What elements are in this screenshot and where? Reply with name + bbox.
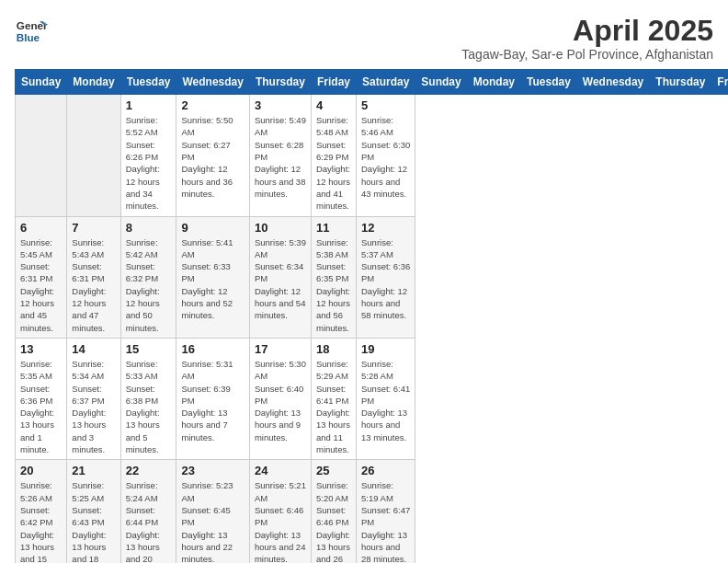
day-info: Sunrise: 5:48 AM Sunset: 6:29 PM Dayligh… [316,114,351,212]
day-number: 25 [316,464,351,477]
svg-text:Blue: Blue [17,31,40,43]
day-number: 14 [72,342,115,356]
calendar-cell: 2Sunrise: 5:50 AM Sunset: 6:27 PM Daylig… [176,95,249,216]
calendar-cell: 23Sunrise: 5:23 AM Sunset: 6:45 PM Dayli… [176,460,249,563]
day-number: 12 [361,221,410,235]
day-info: Sunrise: 5:33 AM Sunset: 6:38 PM Dayligh… [126,358,172,455]
calendar-week-1: 1Sunrise: 5:52 AM Sunset: 6:26 PM Daylig… [16,95,729,216]
calendar-cell: 14Sunrise: 5:34 AM Sunset: 6:37 PM Dayli… [67,338,120,459]
day-info: Sunrise: 5:24 AM Sunset: 6:44 PM Dayligh… [126,479,172,563]
day-number: 26 [361,464,410,477]
header-day-tuesday: Tuesday [120,70,176,95]
day-number: 20 [20,464,62,477]
calendar-cell: 12Sunrise: 5:37 AM Sunset: 6:36 PM Dayli… [356,216,415,338]
calendar-cell: 8Sunrise: 5:42 AM Sunset: 6:32 PM Daylig… [120,216,176,338]
calendar-cell: 9Sunrise: 5:41 AM Sunset: 6:33 PM Daylig… [176,216,249,338]
day-number: 16 [181,342,244,356]
day-number: 1 [126,98,172,112]
day-info: Sunrise: 5:50 AM Sunset: 6:27 PM Dayligh… [181,114,244,200]
day-number: 17 [255,342,306,356]
header-day-monday: Monday [67,70,120,95]
calendar-cell: 3Sunrise: 5:49 AM Sunset: 6:28 PM Daylig… [249,95,311,216]
day-number: 7 [72,221,115,235]
calendar-week-2: 6Sunrise: 5:45 AM Sunset: 6:31 PM Daylig… [16,216,729,338]
calendar-cell: 6Sunrise: 5:45 AM Sunset: 6:31 PM Daylig… [16,216,67,338]
day-info: Sunrise: 5:21 AM Sunset: 6:46 PM Dayligh… [255,479,306,563]
header-wednesday: Wednesday [576,70,649,95]
day-info: Sunrise: 5:35 AM Sunset: 6:36 PM Dayligh… [20,358,62,455]
calendar-header-row: SundayMondayTuesdayWednesdayThursdayFrid… [16,70,729,95]
day-info: Sunrise: 5:34 AM Sunset: 6:37 PM Dayligh… [72,358,115,455]
day-number: 19 [361,342,410,356]
day-info: Sunrise: 5:39 AM Sunset: 6:34 PM Dayligh… [255,236,306,322]
day-info: Sunrise: 5:49 AM Sunset: 6:28 PM Dayligh… [255,114,306,200]
calendar-table: SundayMondayTuesdayWednesdayThursdayFrid… [15,69,728,563]
location-subtitle: Tagaw-Bay, Sar-e Pol Province, Afghanist… [461,47,713,62]
day-number: 6 [20,221,62,235]
day-number: 21 [72,464,115,477]
day-number: 4 [316,98,351,112]
calendar-cell: 16Sunrise: 5:31 AM Sunset: 6:39 PM Dayli… [176,338,249,459]
day-number: 9 [181,221,244,235]
header-day-saturday: Saturday [356,70,415,95]
day-info: Sunrise: 5:25 AM Sunset: 6:43 PM Dayligh… [72,479,115,563]
calendar-cell: 24Sunrise: 5:21 AM Sunset: 6:46 PM Dayli… [249,460,311,563]
calendar-cell: 19Sunrise: 5:28 AM Sunset: 6:41 PM Dayli… [356,338,415,459]
header-monday: Monday [467,70,520,95]
day-number: 2 [181,98,244,112]
day-info: Sunrise: 5:46 AM Sunset: 6:30 PM Dayligh… [361,114,410,200]
day-info: Sunrise: 5:26 AM Sunset: 6:42 PM Dayligh… [20,479,62,563]
calendar-cell [16,95,67,216]
calendar-cell: 4Sunrise: 5:48 AM Sunset: 6:29 PM Daylig… [311,95,356,216]
header-sunday: Sunday [415,70,467,95]
logo-icon: General Blue [15,15,48,48]
header-tuesday: Tuesday [521,70,577,95]
day-info: Sunrise: 5:43 AM Sunset: 6:31 PM Dayligh… [72,236,115,334]
day-number: 5 [361,98,410,112]
day-number: 24 [255,464,306,477]
calendar-cell: 15Sunrise: 5:33 AM Sunset: 6:38 PM Dayli… [120,338,176,459]
day-info: Sunrise: 5:19 AM Sunset: 6:47 PM Dayligh… [361,479,410,563]
calendar-cell: 25Sunrise: 5:20 AM Sunset: 6:46 PM Dayli… [311,460,356,563]
calendar-cell: 13Sunrise: 5:35 AM Sunset: 6:36 PM Dayli… [16,338,67,459]
calendar-cell: 17Sunrise: 5:30 AM Sunset: 6:40 PM Dayli… [249,338,311,459]
title-area: April 2025 Tagaw-Bay, Sar-e Pol Province… [461,15,713,62]
day-number: 13 [20,342,62,356]
calendar-cell: 5Sunrise: 5:46 AM Sunset: 6:30 PM Daylig… [356,95,415,216]
calendar-cell: 22Sunrise: 5:24 AM Sunset: 6:44 PM Dayli… [120,460,176,563]
day-number: 22 [126,464,172,477]
day-info: Sunrise: 5:38 AM Sunset: 6:35 PM Dayligh… [316,236,351,334]
day-info: Sunrise: 5:29 AM Sunset: 6:41 PM Dayligh… [316,358,351,455]
calendar-cell [67,95,120,216]
day-info: Sunrise: 5:41 AM Sunset: 6:33 PM Dayligh… [181,236,244,322]
calendar-cell: 1Sunrise: 5:52 AM Sunset: 6:26 PM Daylig… [120,95,176,216]
day-number: 23 [181,464,244,477]
header-thursday: Thursday [650,70,711,95]
day-info: Sunrise: 5:45 AM Sunset: 6:31 PM Dayligh… [20,236,62,334]
logo: General Blue [15,15,48,48]
day-info: Sunrise: 5:37 AM Sunset: 6:36 PM Dayligh… [361,236,410,322]
day-info: Sunrise: 5:30 AM Sunset: 6:40 PM Dayligh… [255,358,306,443]
calendar-cell: 21Sunrise: 5:25 AM Sunset: 6:43 PM Dayli… [67,460,120,563]
day-number: 11 [316,221,351,235]
calendar-cell: 11Sunrise: 5:38 AM Sunset: 6:35 PM Dayli… [311,216,356,338]
page-header: General Blue April 2025 Tagaw-Bay, Sar-e… [15,15,713,62]
calendar-cell: 20Sunrise: 5:26 AM Sunset: 6:42 PM Dayli… [16,460,67,563]
calendar-cell: 18Sunrise: 5:29 AM Sunset: 6:41 PM Dayli… [311,338,356,459]
header-day-sunday: Sunday [16,70,67,95]
day-number: 8 [126,221,172,235]
svg-text:General: General [17,19,48,31]
calendar-cell: 7Sunrise: 5:43 AM Sunset: 6:31 PM Daylig… [67,216,120,338]
header-day-thursday: Thursday [249,70,311,95]
day-info: Sunrise: 5:31 AM Sunset: 6:39 PM Dayligh… [181,358,244,443]
calendar-week-4: 20Sunrise: 5:26 AM Sunset: 6:42 PM Dayli… [16,460,729,563]
day-info: Sunrise: 5:42 AM Sunset: 6:32 PM Dayligh… [126,236,172,334]
calendar-week-3: 13Sunrise: 5:35 AM Sunset: 6:36 PM Dayli… [16,338,729,459]
day-info: Sunrise: 5:23 AM Sunset: 6:45 PM Dayligh… [181,479,244,563]
day-info: Sunrise: 5:52 AM Sunset: 6:26 PM Dayligh… [126,114,172,212]
day-info: Sunrise: 5:20 AM Sunset: 6:46 PM Dayligh… [316,479,351,563]
month-title: April 2025 [461,15,713,47]
header-day-friday: Friday [311,70,356,95]
header-friday: Friday [711,70,728,95]
day-number: 3 [255,98,306,112]
